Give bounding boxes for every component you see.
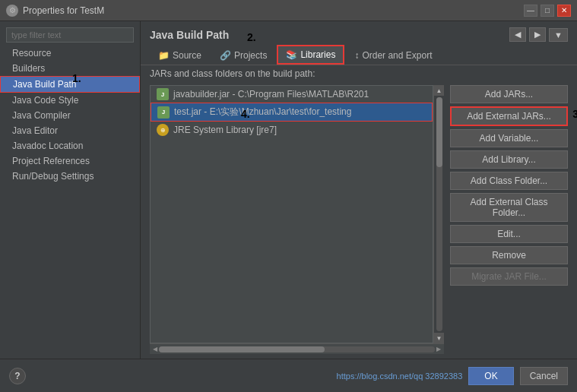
window-controls: — □ ✕ (524, 5, 571, 17)
tab-source-label: Source (173, 50, 201, 61)
content-title: Java Build Path (150, 29, 229, 41)
add-library-button[interactable]: Add Library... (450, 150, 568, 169)
blog-link: https://blog.csdn.net/qq 32892383 (337, 371, 463, 381)
nav-back-button[interactable]: ◀ (509, 27, 526, 42)
sidebar-item-java-editor[interactable]: Java Editor (0, 123, 140, 138)
annotation-1: 1. (72, 72, 81, 84)
tab-order-export[interactable]: ↕ Order and Export (346, 45, 440, 65)
jar-icon: J (157, 88, 169, 100)
tree-area: J javabuilder.jar - C:\Program Files\MAT… (150, 85, 433, 343)
sidebar-item-java-code-style[interactable]: Java Code Style (0, 93, 140, 108)
tree-item-javabuilder[interactable]: J javabuilder.jar - C:\Program Files\MAT… (151, 86, 433, 103)
bottom-bar: ? https://blog.csdn.net/qq 32892383 OK C… (0, 359, 577, 392)
annotation-4: 4. (241, 108, 250, 120)
hscroll-thumb (159, 346, 325, 352)
app-icon: ⚙ (6, 5, 18, 17)
scroll-up-arrow[interactable]: ▲ (434, 85, 444, 96)
add-external-class-folder-button[interactable]: Add External Class Folder... (450, 193, 568, 222)
tab-order-export-label: Order and Export (362, 50, 432, 61)
jar-icon-2: J (157, 106, 170, 119)
sidebar-item-run-debug-settings[interactable]: Run/Debug Settings (0, 169, 140, 184)
scroll-thumb (436, 97, 442, 167)
close-button[interactable]: ✕ (557, 5, 571, 17)
maximize-button[interactable]: □ (541, 5, 554, 17)
sidebar: Resource Builders Java Build Path Java C… (0, 21, 141, 359)
hscroll-track (159, 346, 435, 352)
buttons-panel: 3. Add JARs... Add External JARs... Add … (450, 85, 568, 354)
nav-forward-button[interactable]: ▶ (529, 27, 546, 42)
title-bar: ⚙ Properties for TestM — □ ✕ (0, 0, 577, 21)
tab-libraries[interactable]: 📚 Libraries (277, 45, 344, 65)
bottom-right: https://blog.csdn.net/qq 32892383 OK Can… (337, 367, 568, 385)
tree-item-testjar-label: test.jar - E:\实验\Mzhuan\Jar\test\for_tes… (174, 106, 351, 119)
tree-item-jre-label: JRE System Library [jre7] (173, 125, 277, 135)
hscroll-right-arrow[interactable]: ▶ (435, 346, 442, 352)
tab-projects[interactable]: 🔗 Projects (211, 45, 275, 65)
nav-arrows: ◀ ▶ ▼ (509, 27, 568, 42)
tree-item-javabuilder-label: javabuilder.jar - C:\Program Files\MATLA… (173, 89, 369, 100)
migrate-jar-button[interactable]: Migrate JAR File... (450, 267, 568, 286)
tree-and-scroll: J javabuilder.jar - C:\Program Files\MAT… (150, 85, 444, 343)
scroll-down-arrow[interactable]: ▼ (434, 333, 444, 343)
hscroll-left-arrow[interactable]: ◀ (151, 346, 159, 352)
nav-menu-button[interactable]: ▼ (549, 28, 568, 42)
add-external-jars-button[interactable]: Add External JARs... (450, 106, 568, 126)
minimize-button[interactable]: — (524, 5, 537, 17)
sidebar-item-project-references[interactable]: Project References (0, 153, 140, 169)
content-area: Java Build Path ◀ ▶ ▼ 1. 2. 📁 Source 🔗 P… (141, 21, 577, 359)
filter-input[interactable] (6, 27, 134, 43)
sidebar-item-java-build-path[interactable]: Java Build Path (0, 76, 140, 93)
build-path-section: 4. J javabuilder.jar - C:\Program Files\… (141, 81, 577, 359)
annotation-2: 2. (247, 31, 256, 43)
libraries-tab-icon: 📚 (286, 49, 297, 60)
remove-button[interactable]: Remove (450, 246, 568, 264)
sidebar-item-javadoc-location[interactable]: Javadoc Location (0, 138, 140, 153)
add-class-folder-button[interactable]: Add Class Folder... (450, 172, 568, 190)
title-bar-left: ⚙ Properties for TestM (6, 5, 104, 17)
source-tab-icon: 📁 (158, 50, 170, 61)
lib-icon: ⊕ (157, 124, 169, 136)
projects-tab-icon: 🔗 (220, 50, 231, 61)
tree-item-testjar[interactable]: J test.jar - E:\实验\Mzhuan\Jar\test\for_t… (151, 103, 433, 122)
sidebar-item-builders[interactable]: Builders (0, 61, 140, 76)
annotation-3: 3. (572, 108, 577, 120)
content-header: Java Build Path ◀ ▶ ▼ (141, 21, 577, 45)
bottom-left: ? (9, 368, 26, 384)
add-variable-button[interactable]: Add Variable... (450, 129, 568, 147)
horizontal-scrollbar[interactable]: ◀ ▶ (150, 343, 444, 354)
tab-libraries-label: Libraries (300, 49, 335, 60)
help-button[interactable]: ? (9, 368, 26, 384)
tabs-bar: 2. 📁 Source 🔗 Projects 📚 Libraries ↕ Ord… (141, 45, 577, 65)
build-path-description: JARs and class folders on the build path… (141, 65, 577, 81)
order-export-tab-icon: ↕ (354, 50, 359, 61)
vertical-scrollbar[interactable]: ▲ ▼ (433, 85, 444, 343)
tab-projects-label: Projects (234, 50, 267, 61)
sidebar-item-resource[interactable]: Resource (0, 46, 140, 61)
scroll-track (436, 97, 442, 331)
window-title: Properties for TestM (23, 5, 104, 16)
edit-button[interactable]: Edit... (450, 225, 568, 243)
tab-source[interactable]: 📁 Source (150, 45, 210, 65)
sidebar-item-java-compiler[interactable]: Java Compiler (0, 108, 140, 123)
cancel-button[interactable]: Cancel (520, 367, 568, 385)
tree-item-jre[interactable]: ⊕ JRE System Library [jre7] (151, 122, 433, 138)
ok-button[interactable]: OK (468, 367, 513, 385)
main-layout: Resource Builders Java Build Path Java C… (0, 21, 577, 359)
add-jars-button[interactable]: Add JARs... (450, 85, 568, 103)
